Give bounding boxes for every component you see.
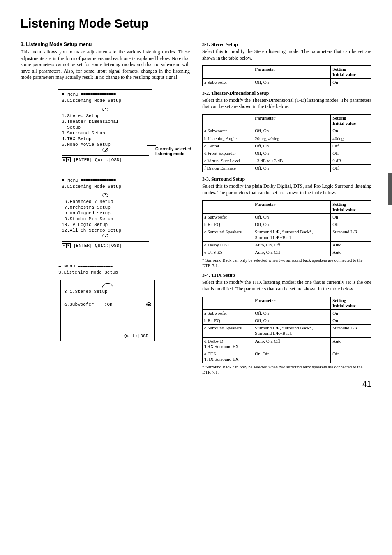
osd-menu-item: 2.Theater-Dimensional <box>62 119 149 124</box>
osd-menu-item: 7.Orchestra Setup <box>62 205 149 210</box>
table-row: a SubwooferOff, OnOn <box>203 78 371 86</box>
table-cell: On, Off <box>253 350 331 363</box>
table-cell: e Virtual Surr Level <box>203 157 253 165</box>
table-cell: a Subwoofer <box>203 78 253 86</box>
table-cell: d Front Expander <box>203 150 253 157</box>
s31-intro: Select this to modify the Stereo listeni… <box>202 48 371 61</box>
s34-intro: Select this to modify the THX listening … <box>202 279 371 292</box>
osd3-back-menu-label: Menu =============== <box>58 264 145 269</box>
table-row: a SubwooferOff, OnOn <box>203 214 371 221</box>
s34-table: ParameterSetting Initial valuea Subwoofe… <box>202 297 371 364</box>
osd-menu-item: 1.Stereo Setup <box>62 113 149 118</box>
s32-intro: Select this to modify the Theater-Dimens… <box>202 97 371 110</box>
osd1-callout: Currently selected listening mode <box>155 147 196 157</box>
osd-menu-item: 9.Studio-Mix Setup <box>62 216 149 221</box>
table-header: Setting Initial value <box>331 200 371 213</box>
table-cell: Auto <box>331 337 371 350</box>
osd3-front-title: 3-1.Stereo Setup <box>64 289 151 294</box>
table-row: c Surround SpeakersSurround L/R, Surroun… <box>203 228 371 241</box>
table-cell: Off, On <box>253 150 331 157</box>
right-column: 3-1. Stereo Setup Select this to modify … <box>202 41 371 380</box>
tab-arc-icon <box>102 283 113 288</box>
osd-screen-3-stack: Menu =============== 3.Listening Mode Se… <box>55 261 156 355</box>
section-3-intro: This menu allows you to make adjustments… <box>21 49 190 81</box>
table-cell: e DTS-ES <box>203 249 253 256</box>
s33-table: ParameterSetting Initial valuea Subwoofe… <box>202 200 371 257</box>
table-row: a SubwooferOff, OnOn <box>203 127 371 135</box>
table-header <box>203 297 253 309</box>
table-cell: Surround L/R <box>331 325 371 337</box>
table-cell: On <box>331 214 371 221</box>
table-row: c CenterOff, OnOff <box>203 142 371 150</box>
table-header: Parameter <box>253 297 331 309</box>
osd-menu-item: 5.Mono Movie Setup <box>62 142 149 147</box>
table-cell: Off, On <box>253 127 331 135</box>
table-header: Setting Initial value <box>331 297 371 309</box>
table-cell: b Re-EQ <box>203 317 253 325</box>
table-cell: a Subwoofer <box>203 214 253 221</box>
table-row: d Front ExpanderOff, OnOff <box>203 150 371 157</box>
table-cell: a Subwoofer <box>203 127 253 135</box>
left-column: 3. Listening Mode Setup menu This menu a… <box>21 41 190 380</box>
table-cell: Off <box>331 142 371 150</box>
up-arrow-icon <box>62 193 149 198</box>
osd3-divider <box>64 295 151 296</box>
table-cell: b Listening Angle <box>203 135 253 142</box>
s31-heading: 3-1. Stereo Setup <box>202 41 371 48</box>
table-row: d Dolby D THX Surround EXAuto, On, OffAu… <box>203 337 371 350</box>
table-cell: c Surround Speakers <box>203 228 253 241</box>
s31-table: ParameterSetting Initial valuea Subwoofe… <box>202 65 371 86</box>
osd1-footer: ▲▼ |ENTER| Quit:|OSD| <box>62 155 149 162</box>
osd-menu-item: 6.Enhanced 7 Setup <box>62 199 149 204</box>
table-header <box>203 66 253 78</box>
osd-screen-1: Menu =============== 3.Listening Mode Se… <box>58 89 152 165</box>
table-row: a SubwooferOff, OnOn <box>203 309 371 317</box>
table-cell: c Center <box>203 142 253 150</box>
table-header: Parameter <box>253 66 331 78</box>
table-header: Parameter <box>253 200 331 213</box>
down-arrow-icon <box>62 148 149 153</box>
osd3-back-title: 3.Listening Mode Setup <box>58 270 145 275</box>
table-cell: Off <box>331 165 371 172</box>
table-cell: Surround L/R, Surround Back*, Surround L… <box>253 228 331 241</box>
table-cell: Off, On <box>253 317 331 325</box>
table-cell: On <box>331 309 371 317</box>
table-cell: Auto, On, Off <box>253 337 331 350</box>
s34-heading: 3-4. THX Setup <box>202 272 371 279</box>
osd3-front-footer: Quit:|OSD| <box>64 332 151 339</box>
table-cell: Auto, On, Off <box>253 249 331 256</box>
osd2-divider <box>62 190 149 191</box>
table-row: c Surround SpeakersSurround L/R, Surroun… <box>203 325 371 337</box>
osd-menu-item: 12.All Ch Stereo Setup <box>62 228 149 233</box>
section-3-heading: 3. Listening Mode Setup menu <box>21 41 190 47</box>
table-header: Setting Initial value <box>331 66 371 78</box>
osd2-title: 3.Listening Mode Setup <box>62 184 149 189</box>
osd3-param-label: a.Subwoofer <box>64 302 94 307</box>
table-cell: Off, On <box>253 221 331 228</box>
content-columns: 3. Listening Mode Setup menu This menu a… <box>21 41 371 380</box>
osd1-items: 1.Stereo Setup2.Theater-Dimensional Setu… <box>62 113 149 147</box>
table-cell: 40deg <box>331 135 371 142</box>
table-cell: e DTS THX Surround EX <box>203 350 253 363</box>
title-rule <box>21 32 371 32</box>
table-cell: Off, On <box>253 78 331 86</box>
table-cell: Off, On <box>253 214 331 221</box>
table-row: e Virtual Surr Level–3 dB to +3 dB0 dB <box>203 157 371 165</box>
table-cell: On <box>331 78 371 86</box>
table-cell: Auto <box>331 241 371 249</box>
table-cell: –3 dB to +3 dB <box>253 157 331 165</box>
osd3-param-line: a.Subwoofer :On ◀▶ <box>64 302 151 307</box>
table-row: e DTS-ESAuto, On, OffAuto <box>203 249 371 256</box>
table-cell: Surround L/R <box>331 228 371 241</box>
osd-menu-item: 10.TV Logic Setup <box>62 222 149 227</box>
table-cell: Off, On <box>253 309 331 317</box>
s33-intro: Select this to modify the plain Dolby Di… <box>202 183 371 196</box>
s32-heading: 3-2. Theater-Dimensional Setup <box>202 90 371 97</box>
osd-screen-1-wrap: Menu =============== 3.Listening Mode Se… <box>21 89 190 165</box>
osd-menu-item: 3.Surround Setup <box>62 131 149 136</box>
table-header: Setting Initial value <box>331 114 371 127</box>
table-cell: a Subwoofer <box>203 309 253 317</box>
osd-screen-2: Menu =============== 3.Listening Mode Se… <box>58 175 152 251</box>
side-tab <box>388 173 392 205</box>
table-cell: Off, On <box>253 165 331 172</box>
